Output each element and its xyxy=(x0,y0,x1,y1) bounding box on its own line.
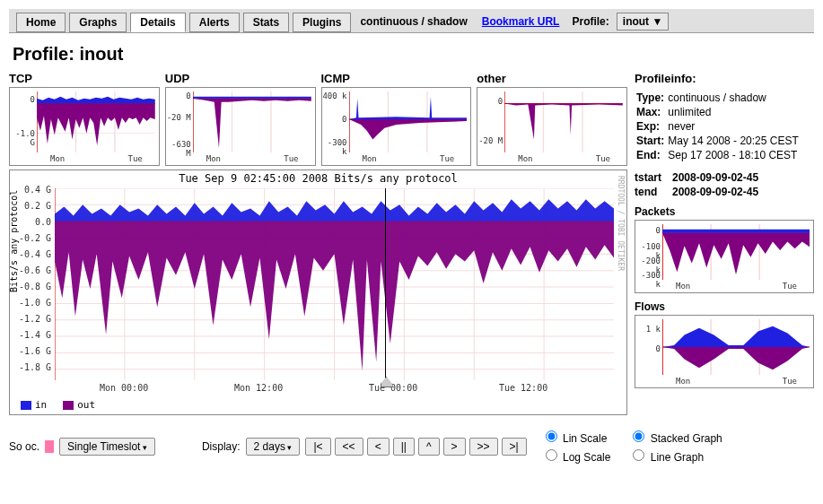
ytick: -300 k xyxy=(635,271,661,289)
source-prefix: So oc. xyxy=(9,440,39,453)
mini-chart-row: TCP 0 -1.0 G Mon Tue xyxy=(9,72,627,166)
ytick: 400 k xyxy=(322,91,347,100)
mini-title-icmp: ICMP xyxy=(321,72,472,85)
ytick: 0 xyxy=(322,115,347,124)
nav-fwd[interactable]: > xyxy=(443,438,466,456)
svg-marker-7 xyxy=(37,104,155,146)
nav-pause[interactable]: || xyxy=(393,438,415,456)
pi-val: May 14 2008 - 20:25 CEST xyxy=(666,134,800,148)
pi-key: Start: xyxy=(635,134,666,148)
nav-first[interactable]: |< xyxy=(305,438,330,456)
ytick: 0.0 xyxy=(10,217,51,227)
ytick: -1.0 G xyxy=(10,298,51,308)
ytick: -1.2 G xyxy=(10,314,51,324)
radio-line[interactable]: Line Graph xyxy=(628,447,722,465)
svg-marker-57 xyxy=(662,233,810,275)
chart-legend: in out xyxy=(21,399,95,411)
ytick: -300 k xyxy=(322,138,347,156)
radio-stacked[interactable]: Stacked Graph xyxy=(628,428,722,447)
tstart-label: tstart xyxy=(635,171,667,184)
ytick: -1.0 G xyxy=(10,129,35,147)
display-select[interactable]: 2 days xyxy=(246,438,301,456)
profile-info: Profileinfo: Type:continuous / shadow Ma… xyxy=(635,72,814,162)
xtick: Tue 00:00 xyxy=(369,383,417,393)
mini-chart-other[interactable]: 0 -20 M Mon Tue xyxy=(477,87,627,166)
svg-marker-21 xyxy=(349,97,468,119)
ytick: 0 xyxy=(166,91,191,100)
ytick: 0.4 G xyxy=(10,185,51,195)
nav-up[interactable]: ^ xyxy=(418,438,440,456)
nav-last[interactable]: >| xyxy=(502,438,527,456)
page-title: Profile: inout xyxy=(13,44,810,65)
mini-title-tcp: TCP xyxy=(9,72,160,85)
nav-fastfwd[interactable]: >> xyxy=(469,438,498,456)
radio-log[interactable]: Log Scale xyxy=(541,447,611,465)
main-chart-title: Tue Sep 9 02:45:00 2008 Bits/s any proto… xyxy=(10,172,626,185)
svg-marker-14 xyxy=(193,97,311,99)
radio-lin[interactable]: Lin Scale xyxy=(541,428,611,447)
pi-val: Sep 17 2008 - 18:10 CEST xyxy=(666,148,800,162)
pi-key: Type: xyxy=(635,91,666,105)
ytick: 1 k xyxy=(635,325,661,334)
controls-row: So oc. Single Timeslot Display: 2 days |… xyxy=(9,428,814,465)
tab-home[interactable]: Home xyxy=(16,13,66,32)
xtick: Mon xyxy=(676,377,690,386)
tstart-value: 2008-09-09-02-45 xyxy=(672,171,758,184)
scale-radios: Lin Scale Log Scale xyxy=(541,428,611,465)
mini-title-other: other xyxy=(477,72,627,85)
tab-details[interactable]: Details xyxy=(130,13,185,32)
ytick: -1.8 G xyxy=(10,362,51,372)
graphtype-radios: Stacked Graph Line Graph xyxy=(628,428,722,465)
bookmark-link[interactable]: Bookmark URL xyxy=(477,15,565,28)
pi-key: Max: xyxy=(635,105,666,119)
profileinfo-heading: Profileinfo: xyxy=(635,72,814,85)
pi-val: continuous / shadow xyxy=(666,91,800,105)
xtick: Mon 12:00 xyxy=(234,383,283,393)
svg-marker-6 xyxy=(37,97,155,104)
xtick: Tue 12:00 xyxy=(499,383,547,393)
main-chart[interactable]: Tue Sep 9 02:45:00 2008 Bits/s any proto… xyxy=(9,169,627,415)
xtick: Mon xyxy=(50,154,65,163)
mini-chart-udp[interactable]: 0 -20 M -630 M Mon Tue xyxy=(165,87,316,166)
ytick: -0.8 G xyxy=(10,282,51,291)
ytick: -1.4 G xyxy=(10,330,51,340)
source-select[interactable]: Single Timeslot xyxy=(59,438,155,456)
mini-title-udp: UDP xyxy=(165,72,316,85)
tab-graphs[interactable]: Graphs xyxy=(69,13,127,32)
ytick: -0.6 G xyxy=(10,265,51,275)
time-cursor[interactable] xyxy=(385,188,386,380)
xtick: Tue xyxy=(127,154,142,163)
ytick: -630 M xyxy=(166,140,191,158)
tab-stats[interactable]: Stats xyxy=(243,13,289,32)
xtick: Mon xyxy=(676,282,690,291)
tab-alerts[interactable]: Alerts xyxy=(189,13,240,32)
xtick: Mon xyxy=(363,154,377,163)
svg-marker-27 xyxy=(504,104,623,140)
xtick: Tue xyxy=(284,154,298,163)
ytick: -20 M xyxy=(477,136,503,145)
nav-back[interactable]: < xyxy=(367,438,390,456)
mini-chart-icmp[interactable]: 400 k 0 -300 k Mon Tue xyxy=(321,87,472,166)
ytick: -0.4 G xyxy=(10,249,51,259)
ytick: 0 xyxy=(635,344,661,353)
side-chart-flows[interactable]: 1 k 0 Mon Tue xyxy=(635,315,814,388)
nav-fastback[interactable]: << xyxy=(335,438,363,456)
tab-plugins[interactable]: Plugins xyxy=(293,13,351,32)
xtick: Mon xyxy=(206,154,221,163)
legend-out: out xyxy=(77,399,95,411)
display-label: Display: xyxy=(202,440,241,453)
rrdtool-credit: RRDTOOL / TOBI OETIKER xyxy=(617,176,625,271)
nav-buttons: |< << < || ^ > >> >| xyxy=(305,438,526,456)
xtick: Tue xyxy=(783,377,797,386)
time-block: tstart2008-09-09-02-45 tend2008-09-09-02… xyxy=(635,171,814,198)
mini-chart-tcp[interactable]: 0 -1.0 G Mon Tue xyxy=(9,87,160,166)
profile-select[interactable]: inout ▼ xyxy=(617,13,670,30)
svg-marker-65 xyxy=(662,347,810,369)
pi-val: never xyxy=(666,119,800,134)
pi-val: unlimited xyxy=(666,105,800,119)
side-chart-packets[interactable]: 0 -100 k -200 k -300 k Mon Tue xyxy=(635,220,814,293)
xtick: Tue xyxy=(440,154,454,163)
side-title-flows: Flows xyxy=(635,300,814,313)
side-title-packets: Packets xyxy=(635,205,814,218)
tend-value: 2008-09-09-02-45 xyxy=(672,186,758,198)
